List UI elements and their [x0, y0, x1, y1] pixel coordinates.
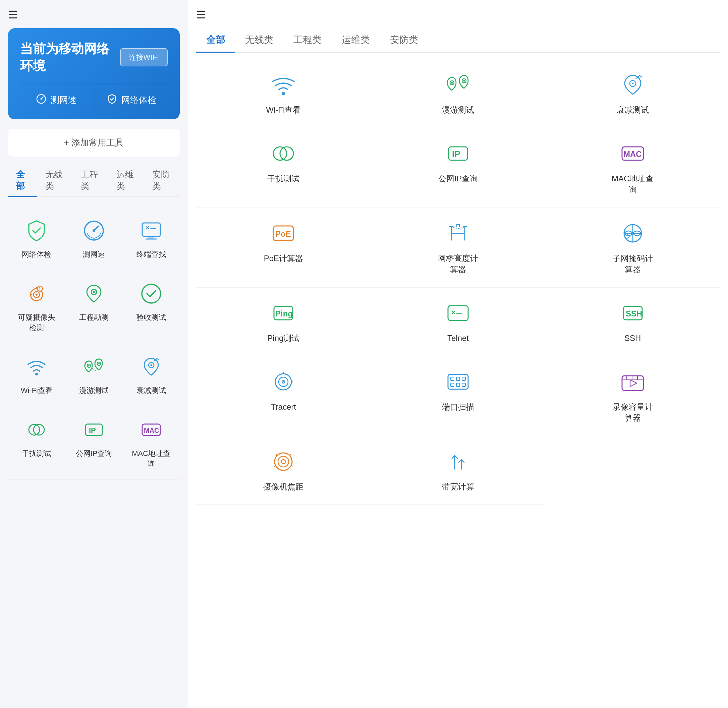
rtool-roaming[interactable]: 漫游测试 — [371, 59, 546, 128]
rtool-video-calc[interactable]: 录像容量计算器 — [545, 356, 720, 436]
rtool-label-bandwidth: 带宽计算 — [442, 481, 474, 492]
left-tabs: 全部 无线类 工程类 运维类 安防类 — [8, 165, 180, 197]
tool-accept[interactable]: 验收测试 — [122, 270, 180, 344]
rtool-icon-tracert — [268, 369, 298, 395]
tool-attenuation[interactable]: 衰减测试 — [122, 343, 180, 406]
left-tab-all[interactable]: 全部 — [8, 165, 37, 197]
svg-rect-6 — [145, 238, 157, 240]
tool-camera[interactable]: ? 可疑摄像头检测 — [8, 270, 65, 344]
tool-label-accept: 验收测试 — [137, 312, 166, 323]
tool-wifi[interactable]: Wi-Fi查看 — [8, 343, 65, 406]
tool-label-interference: 干扰测试 — [22, 448, 51, 459]
rtool-poe[interactable]: PoE PoE计算器 — [196, 208, 371, 288]
speed-icon — [36, 94, 46, 107]
rtool-mac[interactable]: MAC MAC地址查询 — [545, 128, 720, 208]
tool-label-terminal: 终端查找 — [137, 250, 166, 260]
svg-rect-60 — [451, 377, 454, 380]
svg-text:PoE: PoE — [275, 229, 291, 238]
svg-point-15 — [142, 284, 161, 303]
svg-point-24 — [33, 424, 44, 435]
rtool-bandwidth[interactable]: 带宽计算 — [371, 436, 546, 505]
rtool-interference[interactable]: 干扰测试 — [196, 128, 371, 208]
rtool-label-subnet: 子网掩码计算器 — [613, 253, 653, 275]
tool-icon-interference — [23, 416, 50, 443]
tool-speed[interactable]: 测网速 — [65, 207, 123, 270]
svg-rect-7 — [150, 228, 156, 229]
rtool-wifi[interactable]: Wi-Fi查看 — [196, 59, 371, 128]
rtool-tracert[interactable]: Tracert — [196, 356, 371, 436]
rtool-label-tracert: Tracert — [271, 401, 296, 413]
tool-roaming[interactable]: 漫游测试 — [65, 343, 123, 406]
rtool-bridge[interactable]: 网桥高度计算器 — [371, 208, 546, 288]
svg-text:?: ? — [39, 287, 41, 291]
svg-point-72 — [275, 453, 292, 470]
rtool-subnet[interactable]: 子网掩码计算器 — [545, 208, 720, 288]
rtool-icon-subnet — [618, 220, 648, 247]
left-tab-ops[interactable]: 运维类 — [108, 165, 144, 197]
left-panel: ☰ 当前为移动网络环境 连接WIFI 测网速 — [0, 0, 188, 708]
left-tab-security[interactable]: 安防类 — [144, 165, 180, 197]
left-tab-engineering[interactable]: 工程类 — [73, 165, 108, 197]
rtool-label-roaming: 漫游测试 — [442, 104, 474, 116]
rtool-icon-focal — [268, 448, 298, 475]
right-tab-engineering[interactable]: 工程类 — [283, 28, 332, 53]
rtool-label-ping: Ping测试 — [267, 332, 299, 344]
rtool-ping[interactable]: Ping Ping测试 — [196, 288, 371, 356]
tool-icon-wifi — [23, 353, 50, 380]
svg-point-10 — [36, 294, 38, 296]
tool-interference[interactable]: 干扰测试 — [8, 406, 65, 480]
rtool-icon-interference — [268, 140, 298, 167]
rtool-label-poe: PoE计算器 — [264, 253, 303, 264]
rtool-public-ip[interactable]: IP 公网IP查询 — [371, 128, 546, 208]
rtool-attenuation[interactable]: 衰减测试 — [545, 59, 720, 128]
rtool-label-interference: 干扰测试 — [267, 173, 299, 184]
tool-public-ip[interactable]: IP 公网IP查询 — [65, 406, 123, 480]
svg-rect-59 — [448, 374, 468, 389]
rtool-label-telnet: Telnet — [448, 332, 469, 344]
rtool-label-attenuation: 衰减测试 — [617, 104, 649, 116]
right-tab-wireless[interactable]: 无线类 — [235, 28, 283, 53]
svg-point-29 — [282, 92, 285, 95]
tool-icon-public-ip: IP — [80, 416, 107, 443]
tool-icon-speed — [80, 217, 107, 244]
right-panel: ☰ 全部 无线类 工程类 运维类 安防类 Wi-Fi查看 — [188, 0, 728, 708]
connect-wifi-button[interactable]: 连接WIFI — [120, 48, 168, 66]
network-card: 当前为移动网络环境 连接WIFI 测网速 — [8, 28, 180, 119]
tool-terminal[interactable]: 终端查找 — [122, 207, 180, 270]
speed-test-label: 测网速 — [51, 94, 77, 106]
rtool-icon-ping: Ping — [268, 300, 298, 326]
rtool-focal[interactable]: 摄像机焦距 — [196, 436, 371, 505]
tool-icon-terminal — [138, 217, 165, 244]
network-actions: 测网速 网络体检 — [20, 84, 168, 109]
left-menu-icon[interactable]: ☰ — [8, 9, 180, 20]
add-tools-bar[interactable]: + 添加常用工具 — [8, 129, 180, 157]
rtool-label-mac: MAC地址查询 — [612, 173, 654, 196]
tool-icon-mac: MAC — [138, 416, 165, 443]
tool-survey[interactable]: 工程勘测 — [65, 270, 123, 344]
rtool-icon-telnet — [443, 300, 473, 326]
tool-net-check[interactable]: 网络体检 — [8, 207, 65, 270]
svg-point-18 — [88, 365, 90, 366]
tool-icon-attenuation — [138, 353, 165, 380]
tool-label-net-check: 网络体检 — [22, 250, 51, 260]
svg-text:SSH: SSH — [626, 309, 642, 318]
rtool-label-wifi: Wi-Fi查看 — [266, 104, 301, 116]
shield-icon — [107, 94, 117, 107]
rtool-port-scan[interactable]: 端口扫描 — [371, 356, 546, 436]
svg-point-23 — [29, 424, 39, 435]
tool-icon-roaming — [80, 353, 107, 380]
rtool-label-bridge: 网桥高度计算器 — [438, 253, 478, 275]
svg-marker-67 — [630, 380, 637, 386]
right-tab-all[interactable]: 全部 — [196, 28, 235, 53]
rtool-ssh[interactable]: SSH SSH — [545, 288, 720, 356]
right-tab-security[interactable]: 安防类 — [380, 28, 428, 53]
net-check-action[interactable]: 网络体检 — [96, 91, 168, 109]
speed-test-action[interactable]: 测网速 — [20, 91, 93, 109]
svg-point-56 — [283, 381, 284, 382]
tool-mac[interactable]: MAC MAC地址查询 — [122, 406, 180, 480]
left-tab-wireless[interactable]: 无线类 — [37, 165, 73, 197]
right-menu-icon[interactable]: ☰ — [196, 9, 720, 20]
rtool-telnet[interactable]: Telnet — [371, 288, 546, 356]
svg-rect-65 — [462, 383, 465, 386]
right-tab-ops[interactable]: 运维类 — [332, 28, 380, 53]
